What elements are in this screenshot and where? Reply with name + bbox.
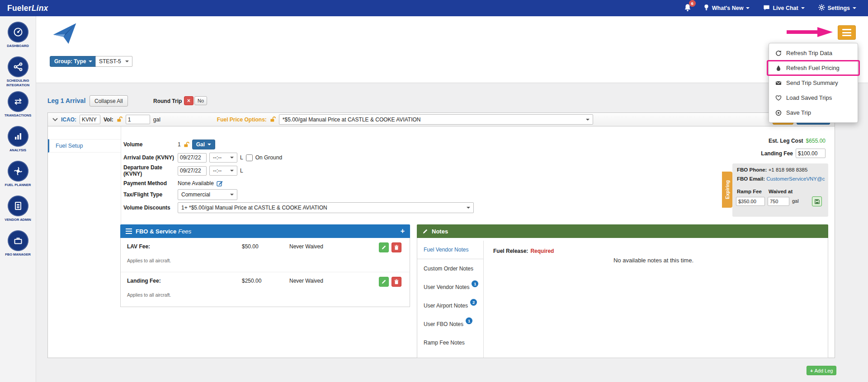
note-tab-label: User Airport Notes [424,303,468,309]
volume-label: Volume [123,141,178,148]
fee-row: LAV Fee: $50.00 Never Waived Applies to … [121,238,410,272]
departure-date-input[interactable] [178,166,207,176]
caret-down-icon [89,61,92,64]
tab-ramp-fee-notes[interactable]: Ramp Fee Notes [417,333,483,352]
notes-panel-header: Notes [417,224,828,238]
whats-new-menu[interactable]: What's New [703,4,750,12]
hamburger-menu-icon [842,29,851,30]
sidebar-item-fbo-manager[interactable]: FBO MANAGER [0,230,36,265]
menu-item-label: Refresh Fuel Pricing [786,65,840,71]
leg-actions-menu-button[interactable] [838,25,856,40]
sidebar-item-scheduling-integration[interactable]: SCHEDULING INTEGRATION [0,56,36,91]
share-nodes-icon [8,56,28,77]
waived-at-input[interactable] [768,197,789,206]
settings-menu[interactable]: Settings [818,4,856,12]
unlock-icon[interactable] [117,116,123,122]
tab-fuel-vendor-notes[interactable]: Fuel Vendor Notes [417,241,483,259]
tax-flight-type-label: Tax/Flight Type [123,191,178,198]
fbo-save-button[interactable] [812,196,822,206]
menu-item-refresh-trip-data[interactable]: Refresh Trip Data [769,46,858,61]
payment-method-label: Payment Method [123,180,178,186]
delete-fee-button[interactable] [392,242,401,252]
plus-icon: + [810,368,813,373]
volume-input[interactable] [126,115,150,124]
collapse-all-button[interactable]: Collapse All [90,95,128,107]
refresh-icon [775,50,782,56]
add-leg-button[interactable]: + Add Leg [807,366,836,375]
fuel-price-select[interactable]: *$5.00/gal Manual Price at CASTLE & COOK… [279,114,593,125]
unlock-icon[interactable] [184,142,189,148]
delete-fee-button[interactable] [392,277,401,287]
vol-label: Vol: [104,116,113,123]
round-trip-off-button[interactable]: × [184,96,193,105]
vol-unit-label: gal [153,116,160,123]
est-leg-cost-label: Est. Leg Cost [769,138,803,144]
add-leg-label: Add Leg [814,368,833,373]
round-trip-no-button[interactable]: No [194,96,207,105]
fbo-phone-label: FBO Phone: [737,167,767,172]
edit-icon[interactable] [217,180,223,186]
fee-waived: Never Waived [289,278,323,284]
tab-user-airport-notes[interactable]: User Airport Notes2 [417,296,483,315]
aircraft-select[interactable]: STEST-5 [95,56,132,67]
menu-item-label: Load Saved Trips [786,94,832,101]
fbo-email-link[interactable]: CustomerServiceVNY@c [766,176,825,182]
sidebar-item-fuel-planner[interactable]: FUEL PLANNER [0,161,36,196]
whats-new-icon [703,4,709,12]
sidebar-item-label: FBO MANAGER [4,252,32,257]
unlock-icon[interactable] [270,116,276,122]
notes-panel-body: Fuel Vendor Notes Custom Order Notes Use… [417,238,828,358]
icao-label: ICAO: [61,116,76,123]
on-ground-label: On Ground [255,154,282,161]
departure-date-label: Departure Date (KVNY) [123,164,178,177]
caret-down-icon [746,7,750,11]
edit-fee-button[interactable] [379,277,389,287]
sidebar-item-label: DASHBOARD [5,44,30,48]
paper-plane-logo [52,22,77,47]
menu-item-send-trip-summary[interactable]: Send Trip Summary [769,75,858,90]
arrival-time-value: --:-- [213,154,222,161]
departure-time-select[interactable]: --:-- [209,166,237,176]
arrival-time-select[interactable]: --:-- [209,153,237,163]
sidebar-item-dashboard[interactable]: DASHBOARD [0,22,36,56]
icao-input[interactable] [80,115,100,124]
tab-fuel-setup[interactable]: Fuel Setup [48,139,121,153]
live-chat-label: Live Chat [773,5,798,11]
group-type-dropdown[interactable]: Group: Type [50,56,97,67]
sidebar-item-vendor-admin[interactable]: VENDOR ADMIN [0,196,36,230]
brand-logo[interactable]: FuelerLinx [7,4,48,13]
fbo-email-line: FBO Email: CustomerServiceVNY@c [737,176,825,182]
fee-applies-note: Applies to all aircraft. [127,258,171,263]
menu-item-save-trip[interactable]: Save Trip [769,105,858,120]
fbo-info-box: FBO Phone: +1 818 988 8385 FBO Email: Cu… [732,163,828,217]
departure-date-row: Departure Date (KVNY) --:-- L [123,165,440,176]
menu-item-load-saved-trips[interactable]: Load Saved Trips [769,90,858,105]
volume-discounts-select[interactable]: 1+ *$5.00/gal Manual Price at CASTLE & C… [178,202,474,213]
tab-user-vendor-notes[interactable]: User Vendor Notes1 [417,278,483,296]
sidebar-item-label: TRANSACTIONS [3,113,33,118]
chevron-down-icon[interactable] [52,118,58,121]
menu-item-label: Save Trip [786,109,811,116]
brand-bold: Fueler [7,4,32,13]
fuel-release-line: Fuel Release: Required [493,248,554,254]
edit-fee-button[interactable] [379,242,389,252]
trip-toolbar-band: Group: Type STEST-5 [36,16,868,83]
on-ground-checkbox[interactable] [246,154,253,161]
expiring-tab[interactable]: Expiring [722,172,732,208]
tax-flight-type-select[interactable]: Commercial [178,189,237,200]
live-chat-menu[interactable]: Live Chat [763,5,804,12]
volume-unit-label: Gal [196,141,205,148]
ramp-fee-input[interactable] [736,197,765,206]
arrival-date-input[interactable] [178,153,207,163]
menu-item-refresh-fuel-pricing[interactable]: Refresh Fuel Pricing [769,61,858,75]
sidebar-item-analysis[interactable]: ANALYSIS [0,126,36,161]
add-fee-button[interactable]: + [401,227,405,235]
volume-unit-dropdown[interactable]: Gal [192,140,215,149]
notifications-button[interactable]: 6 [684,4,692,13]
fbo-email-label: FBO Email: [737,176,765,182]
fee-row: Landing Fee: $250.00 Never Waived Applie… [121,272,410,307]
landing-fee-input[interactable] [796,149,826,158]
tab-custom-order-notes[interactable]: Custom Order Notes [417,259,483,278]
sidebar-item-transactions[interactable]: TRANSACTIONS [0,91,36,126]
tab-user-fbo-notes[interactable]: User FBO Notes1 [417,315,483,333]
